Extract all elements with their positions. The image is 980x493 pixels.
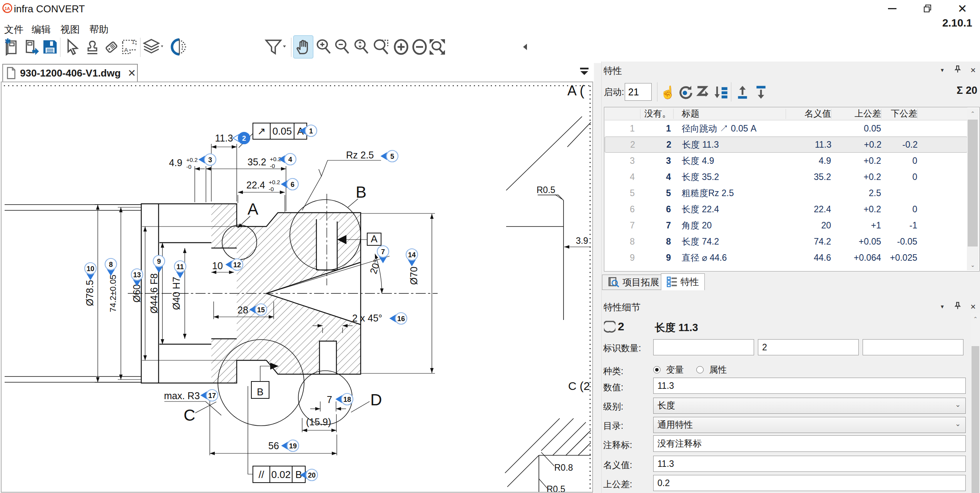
note-input[interactable]	[653, 435, 966, 452]
zoom-window-tool-button[interactable]	[371, 35, 391, 58]
svg-text:0.02: 0.02	[271, 469, 291, 480]
table-scrollbar[interactable]: ⌃ ⌄	[967, 108, 978, 270]
document-tab-close-icon[interactable]: ✕	[128, 67, 136, 79]
panel-menu-icon[interactable]: ▼	[938, 304, 947, 310]
table-row-2[interactable]: 22 长度 11.311.3 +0.2-0.2	[605, 137, 967, 153]
balloon-6[interactable]: 6	[281, 178, 298, 190]
identify-input-2[interactable]	[758, 339, 859, 355]
menu-bar: 文件 编辑 视图 帮助	[0, 22, 385, 36]
pan-tool-button[interactable]	[293, 35, 313, 58]
balloon-10[interactable]: 10	[85, 263, 96, 280]
balloon-19[interactable]: 19	[282, 440, 299, 451]
mirror-button[interactable]	[169, 35, 189, 58]
balloon-3[interactable]: 3	[199, 154, 216, 165]
panel-menu-icon[interactable]: ▼	[938, 67, 947, 73]
new-test-plan-button[interactable]: ✱	[1, 35, 21, 58]
import-icon[interactable]	[734, 84, 751, 101]
dim-label: 28	[237, 305, 248, 315]
plus-circle-icon	[393, 38, 410, 55]
zoom-in-icon	[315, 38, 332, 55]
panel-close-icon[interactable]: ✕	[969, 66, 977, 75]
balloon-2[interactable]: 2	[233, 132, 250, 144]
export-document-button[interactable]	[21, 35, 41, 58]
balloon-5[interactable]: 5	[381, 150, 398, 162]
tab-project-expansion[interactable]: 项目拓展	[602, 275, 665, 290]
zoom-height-tool-button[interactable]	[351, 35, 371, 58]
sort-list-icon[interactable]	[712, 84, 729, 101]
zoom-fit-button[interactable]	[427, 35, 447, 58]
details-scrollbar[interactable]: ⌃	[971, 313, 980, 493]
panel-splitter[interactable]	[594, 63, 601, 493]
pick-characteristic-icon[interactable]: ☝	[659, 84, 676, 101]
value-input[interactable]	[653, 378, 966, 394]
class-select[interactable]: 长度 ⌄	[653, 398, 966, 414]
dim-label: C (2	[568, 380, 590, 392]
details-item-number: 2	[618, 320, 624, 333]
tab-list-button[interactable]	[579, 67, 591, 77]
document-tab[interactable]: 930-1200-406-V1.dwg ✕	[2, 64, 138, 82]
title-bar: 1A infra CONVERT ✕	[0, 0, 980, 18]
tab-characteristics[interactable]: 特性	[661, 273, 705, 290]
dim-label: R0.5	[537, 185, 555, 195]
filter-button[interactable]	[263, 35, 288, 58]
area-stamp-button[interactable]: A 1	[119, 35, 139, 58]
table-row-9[interactable]: 99 直径 ⌀ 44.644.6 +0.064+0.025	[605, 250, 967, 266]
export-icon[interactable]	[753, 84, 769, 101]
zoom-out-tool-button[interactable]	[332, 35, 352, 58]
svg-text://: //	[259, 469, 264, 480]
balloon-16[interactable]: 16	[390, 313, 407, 324]
scroll-up-icon[interactable]: ⌃	[967, 108, 978, 119]
table-row-8[interactable]: 88 长度 74.274.2 +0.05-0.05	[605, 233, 967, 250]
nominal-input[interactable]	[653, 456, 966, 472]
table-row-5[interactable]: 55 粗糙度Rz 2.5 2.5	[605, 185, 967, 201]
table-row-4[interactable]: 44 长度 35.235.2 +0.20	[605, 169, 967, 185]
radio-variable[interactable]	[653, 366, 661, 373]
renumber-icon[interactable]	[677, 84, 694, 101]
start-label: 启动:	[604, 86, 624, 98]
minus-circle-icon	[411, 38, 428, 55]
radio-attribute[interactable]	[696, 366, 704, 373]
identify-input-1[interactable]	[653, 339, 754, 355]
balloon-8[interactable]: 8	[105, 258, 117, 275]
table-row-1[interactable]: 11 径向跳动 ↗ 0.05 A 0.05	[605, 120, 967, 137]
pin-icon[interactable]	[953, 65, 962, 75]
catalog-select[interactable]: 通用特性 ⌄	[653, 417, 966, 433]
stamp-tool-button[interactable]	[82, 35, 102, 58]
close-button[interactable]: ✕	[954, 2, 971, 15]
pan-hand-icon	[295, 38, 312, 55]
scroll-up-icon[interactable]: ⌃	[971, 313, 980, 324]
pin-icon[interactable]	[953, 302, 962, 311]
zoom-plus-button[interactable]	[391, 35, 411, 58]
table-row-6[interactable]: 66 长度 22.422.4 +0.20	[605, 201, 967, 217]
balloon-4[interactable]: 4	[279, 153, 296, 165]
restore-button[interactable]	[919, 2, 936, 15]
scroll-down-icon[interactable]: ⌄	[967, 260, 978, 270]
identify-input-3[interactable]	[863, 339, 963, 355]
select-tool-button[interactable]	[62, 35, 82, 58]
new-document-icon: ✱	[2, 38, 20, 56]
upper-tolerance-input[interactable]	[653, 475, 966, 491]
sort-sequence-icon[interactable]	[695, 84, 712, 101]
balloon-17[interactable]: 17	[201, 390, 218, 401]
balloon-7[interactable]: 7	[377, 246, 389, 263]
toolbar-collapse-button[interactable]	[520, 35, 530, 58]
start-number-input[interactable]	[625, 83, 652, 101]
balloon-11[interactable]: 11	[174, 261, 186, 278]
table-row-3[interactable]: 33 长度 4.94.9 +0.20	[605, 153, 967, 169]
balloon-14[interactable]: 14	[406, 249, 418, 266]
drawing-canvas[interactable]: ↗0.05A//0.02BAB11.34.9+0.2-035.2+0.2-022…	[1, 82, 593, 493]
tag-tool-button[interactable]	[101, 35, 121, 58]
zoom-in-tool-button[interactable]	[314, 35, 334, 58]
save-button[interactable]	[40, 35, 60, 58]
document-tabstrip: 930-1200-406-V1.dwg ✕	[0, 63, 593, 82]
svg-text:20: 20	[308, 471, 316, 479]
table-row-7[interactable]: 77 角度 2020 +1-1	[605, 217, 967, 233]
panel-close-icon[interactable]: ✕	[969, 303, 977, 311]
balloon-9[interactable]: 9	[153, 255, 165, 272]
svg-text:0.05: 0.05	[273, 125, 292, 137]
zoom-minus-button[interactable]	[410, 35, 430, 58]
minimize-button[interactable]	[884, 2, 901, 15]
balloon-18[interactable]: 18	[336, 393, 353, 405]
layers-button[interactable]	[142, 35, 166, 58]
start-row: 启动: ☝	[602, 78, 980, 105]
